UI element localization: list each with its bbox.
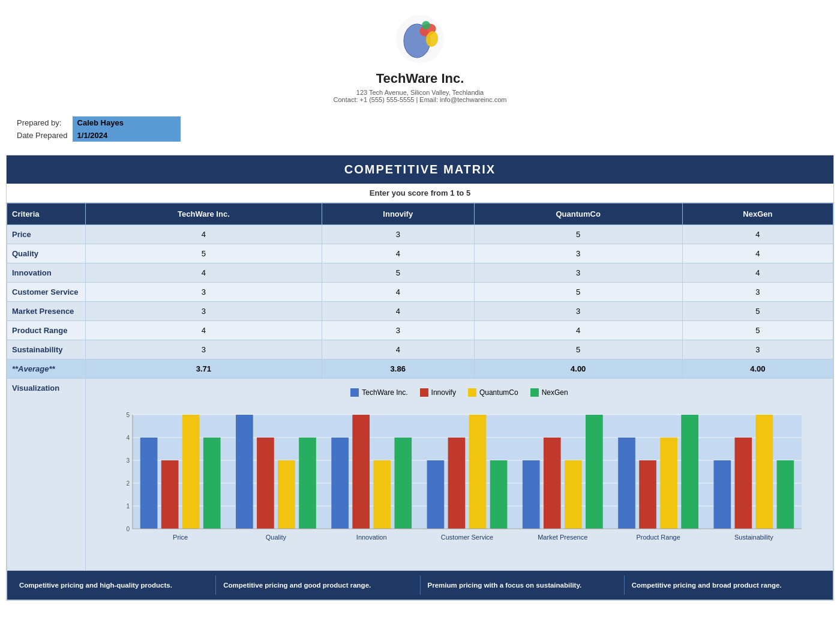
company-address: 123 Tech Avenue, Silicon Valley, Techlan… bbox=[0, 89, 840, 96]
svg-text:Sustainability: Sustainability bbox=[734, 534, 773, 541]
criteria-cell: Customer Service bbox=[7, 283, 86, 302]
table-row: Sustainability 3 4 5 3 bbox=[7, 340, 833, 360]
criteria-cell: Innovation bbox=[7, 263, 86, 283]
average-label: **Average** bbox=[7, 360, 86, 379]
prepared-by-label: Prepared by: bbox=[12, 116, 73, 129]
techware-cell: 4 bbox=[86, 225, 322, 244]
criteria-cell: Price bbox=[7, 225, 86, 244]
matrix-table: Criteria TechWare Inc. Innovify QuantumC… bbox=[7, 203, 833, 600]
innovify-cell: 4 bbox=[322, 340, 474, 360]
criteria-cell: Market Presence bbox=[7, 302, 86, 321]
average-techware: 3.71 bbox=[86, 360, 322, 379]
notes-inner: Competitive pricing and high-quality pro… bbox=[12, 576, 828, 595]
svg-text:5: 5 bbox=[126, 412, 130, 418]
nexgen-cell: 3 bbox=[682, 340, 833, 360]
svg-text:2: 2 bbox=[126, 480, 130, 487]
legend-color bbox=[468, 388, 476, 397]
innovify-cell: 4 bbox=[322, 302, 474, 321]
date-prepared-label: Date Prepared bbox=[12, 129, 73, 142]
svg-text:Product Range: Product Range bbox=[636, 534, 680, 541]
col-techware: TechWare Inc. bbox=[86, 203, 322, 225]
col-quantumco: QuantumCo bbox=[474, 203, 682, 225]
quantumco-cell: 5 bbox=[474, 340, 682, 360]
bar bbox=[236, 415, 253, 529]
bar bbox=[182, 415, 199, 529]
chart-legend: TechWare Inc. Innovify QuantumCo NexGen bbox=[95, 388, 823, 397]
svg-point-7 bbox=[422, 21, 430, 29]
matrix-title: COMPETITIVE MATRIX bbox=[14, 163, 826, 176]
svg-text:3: 3 bbox=[126, 457, 130, 464]
criteria-cell: Sustainability bbox=[7, 340, 86, 360]
quantumco-cell: 3 bbox=[474, 244, 682, 263]
nexgen-cell: 4 bbox=[682, 263, 833, 283]
col-criteria: Criteria bbox=[7, 203, 86, 225]
average-row: **Average** 3.71 3.86 4.00 4.00 bbox=[7, 360, 833, 379]
chart-container: TechWare Inc. Innovify QuantumCo NexGen … bbox=[91, 384, 828, 565]
svg-rect-8 bbox=[133, 415, 802, 529]
legend-item: NexGen bbox=[530, 388, 568, 397]
bar bbox=[776, 460, 794, 529]
bar bbox=[161, 460, 178, 529]
matrix-subtitle-row: Enter you score from 1 to 5 bbox=[7, 184, 833, 203]
bar bbox=[734, 438, 752, 529]
bar bbox=[394, 438, 412, 529]
quantumco-cell: 5 bbox=[474, 283, 682, 302]
legend-label: TechWare Inc. bbox=[362, 388, 407, 397]
bar bbox=[681, 415, 698, 529]
svg-text:Innovation: Innovation bbox=[356, 534, 386, 541]
company-logo bbox=[393, 12, 447, 66]
techware-cell: 5 bbox=[86, 244, 322, 263]
average-quantumco: 4.00 bbox=[474, 360, 682, 379]
bar bbox=[755, 415, 773, 529]
legend-color bbox=[420, 388, 428, 397]
table-header-row: Criteria TechWare Inc. Innovify QuantumC… bbox=[7, 203, 833, 225]
nexgen-cell: 4 bbox=[682, 244, 833, 263]
techware-cell: 3 bbox=[86, 283, 322, 302]
bar bbox=[448, 438, 465, 529]
prepared-table: Prepared by: Caleb Hayes Date Prepared 1… bbox=[12, 116, 181, 142]
bar bbox=[469, 415, 486, 529]
quantumco-cell: 4 bbox=[474, 321, 682, 340]
innovify-cell: 5 bbox=[322, 263, 474, 283]
nexgen-cell: 5 bbox=[682, 321, 833, 340]
bar bbox=[427, 460, 444, 529]
table-row: Price 4 3 5 4 bbox=[7, 225, 833, 244]
svg-text:Quality: Quality bbox=[265, 534, 286, 541]
bar bbox=[331, 438, 349, 529]
innovify-cell: 3 bbox=[322, 321, 474, 340]
criteria-cell: Quality bbox=[7, 244, 86, 263]
company-contact: Contact: +1 (555) 555-5555 | Email: info… bbox=[0, 96, 840, 103]
bar bbox=[278, 460, 295, 529]
matrix-title-row: COMPETITIVE MATRIX bbox=[7, 155, 833, 184]
quantumco-cell: 5 bbox=[474, 225, 682, 244]
table-row: Market Presence 3 4 3 5 bbox=[7, 302, 833, 321]
visualization-row: Visualization TechWare Inc. Innovify Qua… bbox=[7, 379, 833, 571]
legend-item: Innovify bbox=[420, 388, 456, 397]
bar bbox=[373, 460, 391, 529]
legend-label: NexGen bbox=[542, 388, 568, 397]
col-nexgen: NexGen bbox=[682, 203, 833, 225]
bar bbox=[639, 460, 656, 529]
bar bbox=[522, 460, 539, 529]
innovify-cell: 4 bbox=[322, 283, 474, 302]
svg-text:4: 4 bbox=[126, 435, 130, 441]
legend-color bbox=[530, 388, 539, 397]
svg-text:Market Presence: Market Presence bbox=[538, 534, 587, 541]
bar bbox=[586, 415, 603, 529]
table-row: Quality 5 4 3 4 bbox=[7, 244, 833, 263]
visualization-label: Visualization bbox=[7, 379, 86, 571]
bar bbox=[299, 438, 316, 529]
techware-cell: 3 bbox=[86, 302, 322, 321]
bar-chart: 012345PriceQualityInnovationCustomer Ser… bbox=[106, 403, 814, 559]
prepared-by-value: Caleb Hayes bbox=[73, 116, 181, 129]
criteria-cell: Product Range bbox=[7, 321, 86, 340]
visualization-content: TechWare Inc. Innovify QuantumCo NexGen … bbox=[86, 379, 833, 571]
svg-text:Price: Price bbox=[173, 534, 188, 541]
svg-text:1: 1 bbox=[126, 503, 130, 510]
chart-area: 012345PriceQualityInnovationCustomer Ser… bbox=[95, 403, 823, 561]
note-item: Competitive pricing and good product ran… bbox=[216, 576, 420, 595]
table-row: Innovation 4 5 3 4 bbox=[7, 263, 833, 283]
table-row: Product Range 4 3 4 5 bbox=[7, 321, 833, 340]
col-innovify: Innovify bbox=[322, 203, 474, 225]
quantumco-cell: 3 bbox=[474, 263, 682, 283]
